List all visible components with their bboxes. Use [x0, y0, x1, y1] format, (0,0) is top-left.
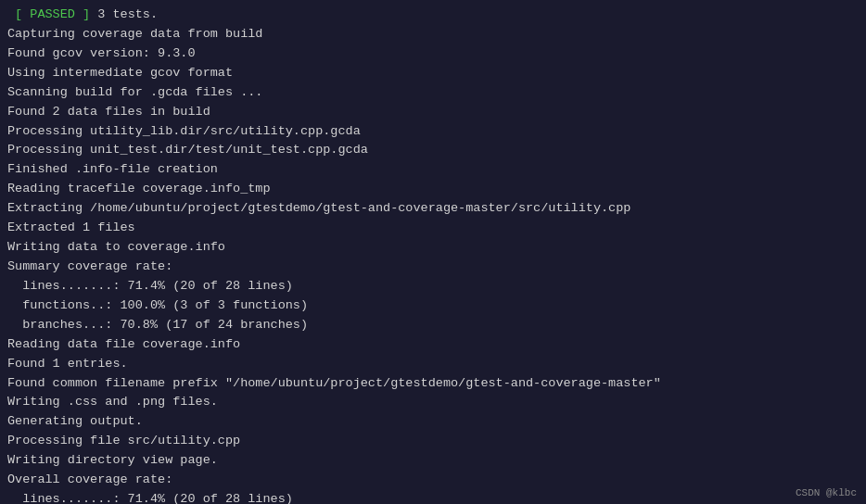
output-line-23: Processing file src/utility.cpp	[7, 432, 859, 451]
output-line-15: lines.......: 71.4% (20 of 28 lines)	[7, 277, 859, 296]
output-line-6: Found 2 data files in build	[7, 103, 859, 122]
output-line-13: Writing data to coverage.info	[7, 238, 859, 258]
output-line-24: Writing directory view page.	[7, 451, 859, 471]
output-line-12: Extracted 1 files	[7, 219, 859, 238]
output-line-11: Extracting /home/ubuntu/project/gtestdem…	[7, 199, 859, 219]
output-line-4: Using intermediate gcov format	[7, 64, 859, 83]
output-line-21: Writing .css and .png files.	[7, 393, 859, 412]
output-line-22: Generating output.	[7, 412, 859, 432]
bracket-open: [	[7, 7, 30, 21]
output-line-18: Reading data file coverage.info	[7, 335, 859, 355]
terminal-window: [ PASSED ] 3 tests. Capturing coverage d…	[0, 0, 866, 504]
output-line-25: Overall coverage rate:	[7, 471, 859, 490]
output-line-20: Found common filename prefix "/home/ubun…	[7, 374, 859, 394]
output-line-2: Capturing coverage data from build	[7, 25, 859, 44]
bracket-close: ]	[75, 7, 97, 21]
output-line-10: Reading tracefile coverage.info_tmp	[7, 180, 859, 199]
output-line-26: lines.......: 71.4% (20 of 28 lines)	[7, 490, 859, 504]
output-line-9: Finished .info-file creation	[7, 160, 859, 180]
output-line-5: Scanning build for .gcda files ...	[7, 83, 859, 103]
output-line-14: Summary coverage rate:	[7, 258, 859, 277]
output-line-8: Processing unit_test.dir/test/unit_test.…	[7, 141, 859, 160]
passed-count: 3 tests.	[97, 7, 158, 21]
watermark-label: CSDN @klbc	[796, 487, 857, 498]
output-line-7: Processing utility_lib.dir/src/utility.c…	[7, 122, 859, 142]
output-line-17: branches...: 70.8% (17 of 24 branches)	[7, 316, 859, 335]
output-line-3: Found gcov version: 9.3.0	[7, 44, 859, 64]
output-line-16: functions..: 100.0% (3 of 3 functions)	[7, 296, 859, 316]
output-line-19: Found 1 entries.	[7, 355, 859, 374]
output-line-passed: [ PASSED ] 3 tests.	[7, 6, 859, 25]
passed-label: PASSED	[30, 7, 75, 21]
